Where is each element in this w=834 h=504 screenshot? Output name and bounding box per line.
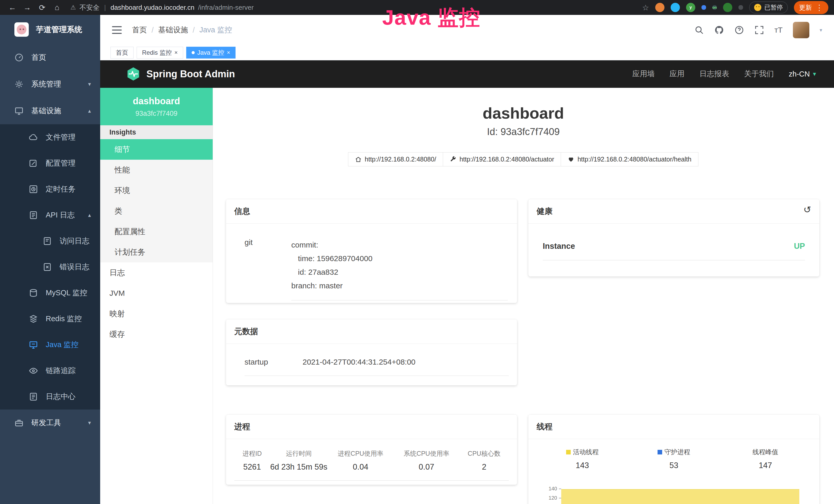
link-actuator-url[interactable]: http://192.168.0.2:48080/actuator <box>443 152 561 166</box>
sba-nav: 应用墙 应用 日志报表 关于我们 zh-CN ▾ <box>632 69 816 79</box>
sidebar-item-file-management[interactable]: 文件管理 <box>0 124 100 150</box>
close-icon[interactable]: × <box>227 49 230 56</box>
breadcrumb-current: Java 监控 <box>199 25 232 35</box>
document-icon <box>43 236 52 246</box>
sidebar-item-tracing[interactable]: 链路追踪 <box>0 358 100 384</box>
menu-item-mappings[interactable]: 映射 <box>100 303 213 324</box>
menu-item-jvm[interactable]: JVM <box>100 283 213 303</box>
paused-badge[interactable]: 已暂停 <box>749 2 788 13</box>
sba-nav-journal[interactable]: 日志报表 <box>699 69 729 79</box>
health-card: 健康 ↺ Instance UP <box>528 199 819 276</box>
legend-value: 143 <box>576 461 589 470</box>
sba-logo-icon <box>126 67 141 82</box>
kebab-menu-icon[interactable]: ⋮ <box>815 3 823 12</box>
reload-icon[interactable]: ⟳ <box>36 3 49 12</box>
url-host: dashboard.yudao.iocoder.cn <box>110 4 194 12</box>
sidebar-item-label: 配置管理 <box>46 158 75 168</box>
sba-nav-applications[interactable]: 应用 <box>670 69 684 79</box>
sidebar-item-home[interactable]: 首页 <box>0 44 100 71</box>
link-health-url[interactable]: http://192.168.0.2:48080/actuator/health <box>561 152 698 166</box>
extension-icon-y[interactable]: y <box>686 3 695 12</box>
tick-label: 140 <box>549 486 557 492</box>
legend-live-threads: 活动线程 143 <box>536 448 628 470</box>
close-icon[interactable]: × <box>174 49 178 56</box>
font-size-icon[interactable]: тT <box>774 26 783 35</box>
sidebar-item-label: 访问日志 <box>60 236 89 246</box>
tab-java-monitor[interactable]: Java 监控 × <box>186 47 236 59</box>
sidebar-item-redis-monitor[interactable]: Redis 监控 <box>0 306 100 332</box>
bookmark-star-icon[interactable]: ☆ <box>642 3 649 12</box>
clock-icon <box>29 185 38 194</box>
github-icon[interactable] <box>714 25 724 35</box>
link-service-url[interactable]: http://192.168.0.2:48080/ <box>348 152 443 166</box>
health-row: Instance UP <box>543 242 805 260</box>
document-icon <box>29 210 38 220</box>
menu-item-classes[interactable]: 类 <box>100 201 213 221</box>
sba-nav-wall[interactable]: 应用墙 <box>632 69 655 79</box>
search-icon[interactable] <box>694 25 704 35</box>
sidebar-item-access-logs[interactable]: 访问日志 <box>0 228 100 254</box>
sba-brand-title: Spring Boot Admin <box>147 69 235 79</box>
tab-home[interactable]: 首页 <box>110 47 134 59</box>
sba-nav-about[interactable]: 关于我们 <box>744 69 774 79</box>
sidebar-item-scheduled-tasks[interactable]: 定时任务 <box>0 176 100 202</box>
sidebar-item-error-logs[interactable]: 错误日志 <box>0 254 100 280</box>
extension-icon-drop[interactable] <box>671 3 680 12</box>
menu-item-config-properties[interactable]: 配置属性 <box>100 221 213 242</box>
sidebar-item-api-logs[interactable]: API 日志 ▴ <box>0 202 100 228</box>
back-icon[interactable]: ← <box>6 3 19 12</box>
locale-selector[interactable]: zh-CN ▾ <box>789 70 816 78</box>
monitor-icon <box>14 106 24 116</box>
sidebar-item-config-management[interactable]: 配置管理 <box>0 150 100 176</box>
address-bar[interactable]: ⚠ 不安全 | dashboard.yudao.iocoder.cn /infr… <box>70 3 254 12</box>
menu-item-logs[interactable]: 日志 <box>100 262 213 283</box>
menu-item-details[interactable]: 细节 <box>100 139 213 160</box>
sidebar-item-mysql-monitor[interactable]: MySQL 监控 <box>0 280 100 306</box>
sidebar-item-label: 定时任务 <box>46 184 75 194</box>
extension-icon-puzzle[interactable] <box>739 5 743 10</box>
document-error-icon <box>43 262 52 272</box>
sidebar-item-java-monitor[interactable]: Java 监控 <box>0 332 100 358</box>
metadata-value: 2021-04-27T00:44:31.254+08:00 <box>303 358 416 366</box>
sidebar-item-system-management[interactable]: 系统管理 ▾ <box>0 71 100 97</box>
extension-icon-on-badge[interactable]: on <box>712 5 717 10</box>
sidebar-item-infrastructure[interactable]: 基础设施 ▴ <box>0 97 100 124</box>
forward-icon[interactable]: → <box>21 3 34 12</box>
sidebar-item-label: Java 监控 <box>46 340 78 350</box>
menu-item-scheduled-tasks[interactable]: 计划任务 <box>100 242 213 262</box>
url-path: /infra/admin-server <box>198 4 254 12</box>
sidebar-item-label: 链路追踪 <box>46 366 75 376</box>
breadcrumb-infrastructure[interactable]: 基础设施 <box>158 25 188 35</box>
update-button[interactable]: 更新 ⋮ <box>794 1 828 14</box>
monitor-icon <box>29 340 38 349</box>
menu-plain-items: 日志 JVM 映射 缓存 <box>100 262 213 345</box>
extension-icon-grid[interactable] <box>701 5 706 10</box>
chart-y-axis: 140 120 100 <box>536 479 561 504</box>
avatar[interactable] <box>793 22 809 38</box>
browser-actions: ☆ y on 已暂停 更新 ⋮ <box>642 1 828 14</box>
breadcrumb-home[interactable]: 首页 <box>132 25 147 35</box>
threads-card: 线程 活动线程 143 <box>528 415 819 504</box>
hamburger-icon[interactable] <box>112 26 122 34</box>
menu-item-caches[interactable]: 缓存 <box>100 324 213 345</box>
menu-item-metrics[interactable]: 性能 <box>100 160 213 180</box>
avatar-caret-icon[interactable]: ▾ <box>820 27 822 33</box>
history-icon[interactable]: ↺ <box>804 204 811 215</box>
sidebar-item-log-center[interactable]: 日志中心 <box>0 384 100 410</box>
help-icon[interactable] <box>734 25 744 35</box>
menu-item-environment[interactable]: 环境 <box>100 180 213 201</box>
browser-chrome: ← → ⟳ ⌂ ⚠ 不安全 | dashboard.yudao.iocoder.… <box>0 0 834 15</box>
chevron-up-icon: ▴ <box>88 212 91 219</box>
fullscreen-icon[interactable] <box>754 25 764 35</box>
threads-card-title: 线程 <box>528 415 819 439</box>
instance-header[interactable]: dashboard 93a3fc7f7409 <box>100 88 213 125</box>
sidebar-item-label: 错误日志 <box>60 262 89 272</box>
left-column: 信息 git commit: time: 1596289704000 id: 2… <box>226 199 517 485</box>
locale-label: zh-CN <box>789 70 810 78</box>
extension-icon-orange[interactable] <box>655 3 664 12</box>
extension-icon-leaf[interactable] <box>723 3 732 12</box>
process-card: 进程 进程ID 运行时间 进程CPU使用率 系统CPU使用率 CPU核心数 52… <box>226 415 517 485</box>
home-icon[interactable]: ⌂ <box>50 3 64 12</box>
tab-redis-monitor[interactable]: Redis 监控 × <box>137 47 183 59</box>
sidebar-item-dev-tools[interactable]: 研发工具 ▾ <box>0 410 100 436</box>
